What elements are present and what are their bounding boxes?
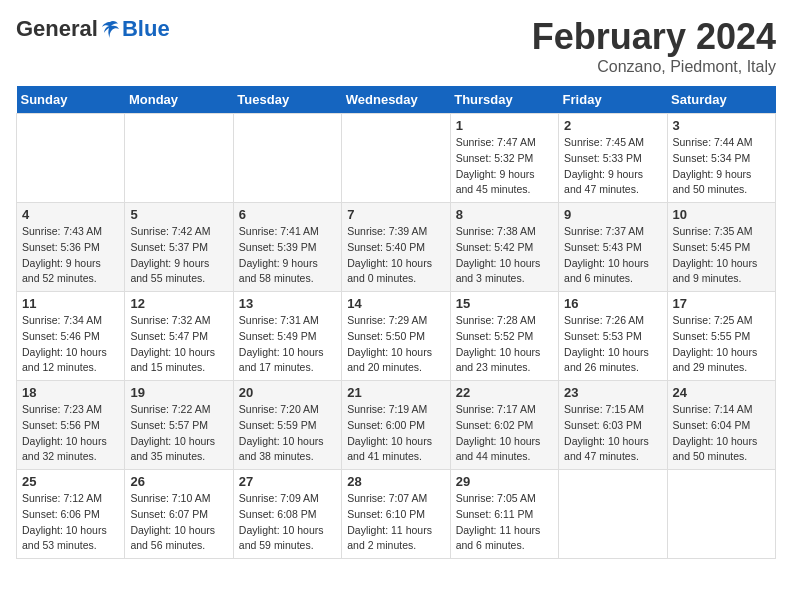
day-number: 15 — [456, 296, 553, 311]
day-number: 1 — [456, 118, 553, 133]
calendar-day-cell: 1Sunrise: 7:47 AMSunset: 5:32 PMDaylight… — [450, 114, 558, 203]
calendar-day-cell: 7Sunrise: 7:39 AMSunset: 5:40 PMDaylight… — [342, 203, 450, 292]
day-number: 24 — [673, 385, 770, 400]
calendar-day-cell — [667, 470, 775, 559]
day-number: 4 — [22, 207, 119, 222]
day-number: 14 — [347, 296, 444, 311]
day-info: Sunrise: 7:35 AMSunset: 5:45 PMDaylight:… — [673, 224, 770, 287]
weekday-header-cell: Friday — [559, 86, 667, 114]
calendar-day-cell: 23Sunrise: 7:15 AMSunset: 6:03 PMDayligh… — [559, 381, 667, 470]
calendar-day-cell: 3Sunrise: 7:44 AMSunset: 5:34 PMDaylight… — [667, 114, 775, 203]
calendar-week-row: 18Sunrise: 7:23 AMSunset: 5:56 PMDayligh… — [17, 381, 776, 470]
page-subtitle: Conzano, Piedmont, Italy — [532, 58, 776, 76]
calendar-day-cell — [342, 114, 450, 203]
calendar-day-cell: 11Sunrise: 7:34 AMSunset: 5:46 PMDayligh… — [17, 292, 125, 381]
title-area: February 2024 Conzano, Piedmont, Italy — [532, 16, 776, 76]
calendar-day-cell: 20Sunrise: 7:20 AMSunset: 5:59 PMDayligh… — [233, 381, 341, 470]
calendar-day-cell: 17Sunrise: 7:25 AMSunset: 5:55 PMDayligh… — [667, 292, 775, 381]
day-number: 6 — [239, 207, 336, 222]
day-number: 8 — [456, 207, 553, 222]
logo-bird-icon — [100, 19, 120, 39]
day-info: Sunrise: 7:15 AMSunset: 6:03 PMDaylight:… — [564, 402, 661, 465]
day-number: 5 — [130, 207, 227, 222]
calendar-body: 1Sunrise: 7:47 AMSunset: 5:32 PMDaylight… — [17, 114, 776, 559]
day-info: Sunrise: 7:32 AMSunset: 5:47 PMDaylight:… — [130, 313, 227, 376]
day-info: Sunrise: 7:17 AMSunset: 6:02 PMDaylight:… — [456, 402, 553, 465]
calendar-week-row: 25Sunrise: 7:12 AMSunset: 6:06 PMDayligh… — [17, 470, 776, 559]
day-number: 11 — [22, 296, 119, 311]
day-number: 22 — [456, 385, 553, 400]
weekday-header-row: SundayMondayTuesdayWednesdayThursdayFrid… — [17, 86, 776, 114]
calendar-week-row: 11Sunrise: 7:34 AMSunset: 5:46 PMDayligh… — [17, 292, 776, 381]
day-info: Sunrise: 7:39 AMSunset: 5:40 PMDaylight:… — [347, 224, 444, 287]
calendar-day-cell — [17, 114, 125, 203]
calendar-day-cell: 10Sunrise: 7:35 AMSunset: 5:45 PMDayligh… — [667, 203, 775, 292]
day-info: Sunrise: 7:41 AMSunset: 5:39 PMDaylight:… — [239, 224, 336, 287]
day-info: Sunrise: 7:22 AMSunset: 5:57 PMDaylight:… — [130, 402, 227, 465]
weekday-header-cell: Tuesday — [233, 86, 341, 114]
calendar-day-cell: 21Sunrise: 7:19 AMSunset: 6:00 PMDayligh… — [342, 381, 450, 470]
day-info: Sunrise: 7:45 AMSunset: 5:33 PMDaylight:… — [564, 135, 661, 198]
day-info: Sunrise: 7:38 AMSunset: 5:42 PMDaylight:… — [456, 224, 553, 287]
day-number: 10 — [673, 207, 770, 222]
day-info: Sunrise: 7:28 AMSunset: 5:52 PMDaylight:… — [456, 313, 553, 376]
logo-blue-text: Blue — [122, 16, 170, 42]
calendar-day-cell: 27Sunrise: 7:09 AMSunset: 6:08 PMDayligh… — [233, 470, 341, 559]
calendar-day-cell: 6Sunrise: 7:41 AMSunset: 5:39 PMDaylight… — [233, 203, 341, 292]
header: General Blue February 2024 Conzano, Pied… — [16, 16, 776, 76]
day-number: 21 — [347, 385, 444, 400]
weekday-header-cell: Thursday — [450, 86, 558, 114]
day-number: 2 — [564, 118, 661, 133]
calendar-day-cell: 14Sunrise: 7:29 AMSunset: 5:50 PMDayligh… — [342, 292, 450, 381]
day-info: Sunrise: 7:05 AMSunset: 6:11 PMDaylight:… — [456, 491, 553, 554]
day-info: Sunrise: 7:14 AMSunset: 6:04 PMDaylight:… — [673, 402, 770, 465]
day-number: 3 — [673, 118, 770, 133]
day-info: Sunrise: 7:12 AMSunset: 6:06 PMDaylight:… — [22, 491, 119, 554]
day-info: Sunrise: 7:09 AMSunset: 6:08 PMDaylight:… — [239, 491, 336, 554]
calendar-day-cell — [233, 114, 341, 203]
weekday-header-cell: Monday — [125, 86, 233, 114]
day-info: Sunrise: 7:29 AMSunset: 5:50 PMDaylight:… — [347, 313, 444, 376]
calendar-day-cell: 25Sunrise: 7:12 AMSunset: 6:06 PMDayligh… — [17, 470, 125, 559]
calendar-day-cell: 29Sunrise: 7:05 AMSunset: 6:11 PMDayligh… — [450, 470, 558, 559]
day-number: 7 — [347, 207, 444, 222]
calendar-week-row: 4Sunrise: 7:43 AMSunset: 5:36 PMDaylight… — [17, 203, 776, 292]
calendar-day-cell: 9Sunrise: 7:37 AMSunset: 5:43 PMDaylight… — [559, 203, 667, 292]
day-number: 18 — [22, 385, 119, 400]
day-info: Sunrise: 7:10 AMSunset: 6:07 PMDaylight:… — [130, 491, 227, 554]
day-info: Sunrise: 7:47 AMSunset: 5:32 PMDaylight:… — [456, 135, 553, 198]
day-number: 13 — [239, 296, 336, 311]
weekday-header-cell: Saturday — [667, 86, 775, 114]
day-number: 12 — [130, 296, 227, 311]
day-info: Sunrise: 7:34 AMSunset: 5:46 PMDaylight:… — [22, 313, 119, 376]
calendar-day-cell: 2Sunrise: 7:45 AMSunset: 5:33 PMDaylight… — [559, 114, 667, 203]
day-info: Sunrise: 7:26 AMSunset: 5:53 PMDaylight:… — [564, 313, 661, 376]
calendar-day-cell: 22Sunrise: 7:17 AMSunset: 6:02 PMDayligh… — [450, 381, 558, 470]
day-info: Sunrise: 7:43 AMSunset: 5:36 PMDaylight:… — [22, 224, 119, 287]
day-number: 29 — [456, 474, 553, 489]
calendar-day-cell: 24Sunrise: 7:14 AMSunset: 6:04 PMDayligh… — [667, 381, 775, 470]
day-number: 16 — [564, 296, 661, 311]
day-info: Sunrise: 7:07 AMSunset: 6:10 PMDaylight:… — [347, 491, 444, 554]
day-info: Sunrise: 7:20 AMSunset: 5:59 PMDaylight:… — [239, 402, 336, 465]
calendar-day-cell: 19Sunrise: 7:22 AMSunset: 5:57 PMDayligh… — [125, 381, 233, 470]
day-number: 17 — [673, 296, 770, 311]
logo: General Blue — [16, 16, 170, 42]
calendar-day-cell: 4Sunrise: 7:43 AMSunset: 5:36 PMDaylight… — [17, 203, 125, 292]
day-number: 20 — [239, 385, 336, 400]
weekday-header-cell: Sunday — [17, 86, 125, 114]
day-number: 9 — [564, 207, 661, 222]
calendar-table: SundayMondayTuesdayWednesdayThursdayFrid… — [16, 86, 776, 559]
day-number: 26 — [130, 474, 227, 489]
calendar-day-cell: 5Sunrise: 7:42 AMSunset: 5:37 PMDaylight… — [125, 203, 233, 292]
day-info: Sunrise: 7:37 AMSunset: 5:43 PMDaylight:… — [564, 224, 661, 287]
calendar-day-cell — [559, 470, 667, 559]
day-number: 27 — [239, 474, 336, 489]
day-info: Sunrise: 7:42 AMSunset: 5:37 PMDaylight:… — [130, 224, 227, 287]
calendar-day-cell: 15Sunrise: 7:28 AMSunset: 5:52 PMDayligh… — [450, 292, 558, 381]
calendar-day-cell: 16Sunrise: 7:26 AMSunset: 5:53 PMDayligh… — [559, 292, 667, 381]
calendar-day-cell: 8Sunrise: 7:38 AMSunset: 5:42 PMDaylight… — [450, 203, 558, 292]
page-title: February 2024 — [532, 16, 776, 58]
day-info: Sunrise: 7:19 AMSunset: 6:00 PMDaylight:… — [347, 402, 444, 465]
day-number: 19 — [130, 385, 227, 400]
